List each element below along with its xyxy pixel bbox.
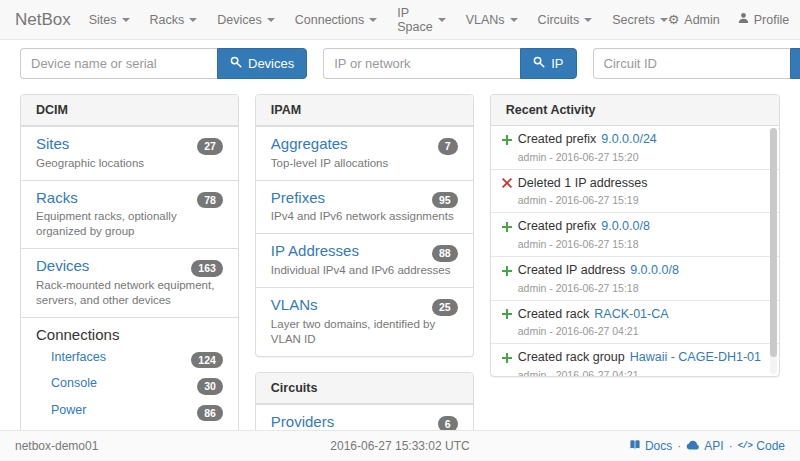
chevron-down-icon xyxy=(510,18,518,22)
menu-circuits[interactable]: Circuits xyxy=(538,13,593,27)
separator: · xyxy=(677,439,681,453)
scrollbar-thumb[interactable] xyxy=(770,128,777,357)
circuit-search-button[interactable]: Circuits xyxy=(790,48,800,79)
devices-link[interactable]: Devices xyxy=(36,257,89,276)
api-link[interactable]: API xyxy=(686,439,723,453)
activity-meta: admin - 2016-06-27 04:21 xyxy=(501,325,761,337)
count-badge: 124 xyxy=(191,352,223,369)
list-item-ip-addresses[interactable]: 88 IP Addresses Individual IPv4 and IPv6… xyxy=(256,233,473,287)
navbar-utilities: ⚙ Admin Profile Log out xyxy=(668,6,800,34)
item-description: Geographic locations xyxy=(36,156,223,171)
docs-link[interactable]: Docs xyxy=(629,439,672,453)
panel-title: IPAM xyxy=(256,95,473,126)
connections-console-row: 30 Console xyxy=(36,371,223,398)
footer-links: Docs · API · </> Code xyxy=(528,439,785,453)
device-search-button[interactable]: Devices xyxy=(217,48,307,79)
ip-addresses-link[interactable]: IP Addresses xyxy=(271,242,359,261)
activity-target-link[interactable]: 9.0.0.0/24 xyxy=(601,132,657,148)
server-timestamp: 2016-06-27 15:33:02 UTC xyxy=(272,439,529,453)
chevron-down-icon xyxy=(267,18,275,22)
chevron-down-icon xyxy=(122,18,130,22)
activity-target-link[interactable]: 9.0.0.0/8 xyxy=(630,263,679,279)
circuit-search-group: Circuits xyxy=(593,48,800,79)
item-description: Top-level IP allocations xyxy=(271,156,458,171)
activity-row: Created rack RACK-01-CA admin - 2016-06-… xyxy=(491,300,779,344)
activity-row: Created prefix 9.0.0.0/8 admin - 2016-06… xyxy=(491,212,779,256)
count-badge: 25 xyxy=(432,299,458,316)
plus-icon xyxy=(501,309,513,319)
panel-title: DCIM xyxy=(21,95,238,126)
power-link[interactable]: Power xyxy=(51,403,86,417)
interfaces-link[interactable]: Interfaces xyxy=(51,350,106,364)
activity-row: Deleted 1 IP addresses admin - 2016-06-2… xyxy=(491,169,779,213)
ip-search-input[interactable] xyxy=(323,48,520,79)
admin-link[interactable]: ⚙ Admin xyxy=(668,13,720,27)
profile-link[interactable]: Profile xyxy=(738,12,789,27)
menu-ip-space[interactable]: IP Space xyxy=(397,6,445,34)
plus-icon xyxy=(501,353,513,363)
racks-link[interactable]: Racks xyxy=(36,189,78,208)
activity-row: Created IP address 9.0.0.0/8 admin - 201… xyxy=(491,256,779,300)
activity-target-link[interactable]: 9.0.0.0/8 xyxy=(601,219,650,235)
count-badge: 163 xyxy=(191,260,223,277)
list-item-sites[interactable]: 27 Sites Geographic locations xyxy=(21,126,238,180)
activity-target-link[interactable]: Hawaii - CAGE-DH1-01 xyxy=(630,350,761,366)
menu-vlans[interactable]: VLANs xyxy=(466,13,518,27)
count-badge: 7 xyxy=(438,138,458,155)
panel-recent-activity: Recent Activity Created prefix 9.0.0.0/2… xyxy=(490,94,780,377)
list-item-racks[interactable]: 78 Racks Equipment racks, optionally org… xyxy=(21,180,238,249)
panel-title: Recent Activity xyxy=(491,95,779,126)
footer: netbox-demo01 2016-06-27 15:33:02 UTC Do… xyxy=(0,430,800,461)
activity-scrollbar[interactable] xyxy=(770,128,777,374)
aggregates-link[interactable]: Aggregates xyxy=(271,135,348,154)
count-badge: 88 xyxy=(432,245,458,262)
activity-action: Created rack xyxy=(518,307,590,323)
connections-power-row: 86 Power xyxy=(36,398,223,425)
ip-search-button[interactable]: IP xyxy=(520,48,576,79)
list-item-connections: Connections 124 Interfaces 30 Console 86… xyxy=(21,317,238,434)
plus-icon xyxy=(501,135,513,145)
column-activity: Recent Activity Created prefix 9.0.0.0/2… xyxy=(490,94,780,377)
menu-sites[interactable]: Sites xyxy=(89,13,130,27)
netbox-brand[interactable]: NetBox xyxy=(15,10,71,30)
panel-dcim: DCIM 27 Sites Geographic locations 78 Ra… xyxy=(20,94,239,434)
device-search-input[interactable] xyxy=(20,48,217,79)
menu-racks[interactable]: Racks xyxy=(150,13,198,27)
item-description: Layer two domains, identified by VLAN ID xyxy=(271,317,458,347)
sites-link[interactable]: Sites xyxy=(36,135,69,154)
activity-action: Created IP address xyxy=(518,263,625,279)
plus-icon xyxy=(501,222,513,232)
menu-devices[interactable]: Devices xyxy=(217,13,274,27)
chevron-down-icon xyxy=(584,18,592,22)
list-item-aggregates[interactable]: 7 Aggregates Top-level IP allocations xyxy=(256,126,473,180)
plus-icon xyxy=(501,266,513,276)
chevron-down-icon xyxy=(369,18,377,22)
code-link[interactable]: </> Code xyxy=(738,439,785,453)
hostname: netbox-demo01 xyxy=(15,439,272,453)
providers-link[interactable]: Providers xyxy=(271,413,334,432)
connections-interfaces-row: 124 Interfaces xyxy=(36,345,223,372)
user-icon xyxy=(738,12,749,27)
menu-secrets[interactable]: Secrets xyxy=(612,13,667,27)
column-dcim: DCIM 27 Sites Geographic locations 78 Ra… xyxy=(20,94,239,461)
console-link[interactable]: Console xyxy=(51,376,97,390)
activity-action: Created prefix xyxy=(518,219,597,235)
main-menu: Sites Racks Devices Connections IP Space… xyxy=(89,6,668,34)
activity-row: Created prefix 9.0.0.0/24 admin - 2016-0… xyxy=(491,126,779,169)
vlans-link[interactable]: VLANs xyxy=(271,296,318,315)
connections-heading: Connections xyxy=(36,326,223,343)
circuit-search-input[interactable] xyxy=(593,48,790,79)
list-item-devices[interactable]: 163 Devices Rack-mounted network equipme… xyxy=(21,248,238,317)
cloud-icon xyxy=(686,439,700,453)
panel-ipam: IPAM 7 Aggregates Top-level IP allocatio… xyxy=(255,94,474,357)
search-icon xyxy=(533,56,545,71)
activity-target-link[interactable]: RACK-01-CA xyxy=(594,307,668,323)
menu-connections[interactable]: Connections xyxy=(295,13,378,27)
chevron-down-icon xyxy=(189,18,197,22)
navbar: NetBox Sites Racks Devices Connections I… xyxy=(0,0,800,40)
list-item-prefixes[interactable]: 95 Prefixes IPv4 and IPv6 network assign… xyxy=(256,180,473,234)
list-item-vlans[interactable]: 25 VLANs Layer two domains, identified b… xyxy=(256,287,473,356)
item-description: Individual IPv4 and IPv6 addresses xyxy=(271,263,458,278)
prefixes-link[interactable]: Prefixes xyxy=(271,189,325,208)
book-icon xyxy=(629,439,641,453)
